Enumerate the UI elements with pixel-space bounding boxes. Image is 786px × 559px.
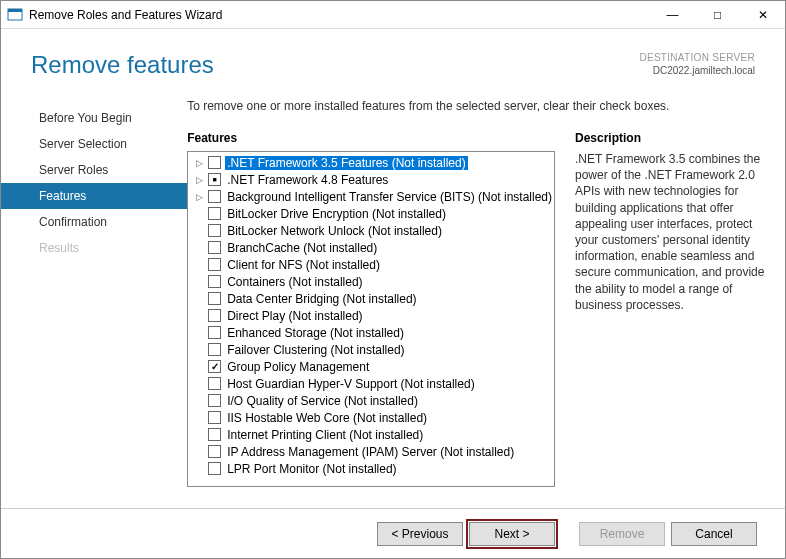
step-before-you-begin[interactable]: Before You Begin (1, 105, 187, 131)
svg-rect-1 (8, 9, 22, 12)
feature-item[interactable]: ▷.NET Framework 4.8 Features (188, 171, 554, 188)
feature-checkbox[interactable] (208, 360, 221, 373)
feature-checkbox[interactable] (208, 207, 221, 220)
features-heading: Features (187, 131, 555, 145)
feature-label: Enhanced Storage (Not installed) (225, 326, 406, 340)
feature-label: IIS Hostable Web Core (Not installed) (225, 411, 429, 425)
feature-checkbox[interactable] (208, 190, 221, 203)
feature-item[interactable]: IP Address Management (IPAM) Server (Not… (188, 443, 554, 460)
destination-info: DESTINATION SERVER DC2022.jamiltech.loca… (639, 51, 755, 79)
feature-label: BitLocker Network Unlock (Not installed) (225, 224, 444, 238)
description-heading: Description (575, 131, 765, 145)
feature-item[interactable]: BitLocker Drive Encryption (Not installe… (188, 205, 554, 222)
feature-label: BitLocker Drive Encryption (Not installe… (225, 207, 448, 221)
features-column: Features ▷.NET Framework 3.5 Features (N… (187, 131, 555, 487)
feature-label: Client for NFS (Not installed) (225, 258, 382, 272)
feature-checkbox[interactable] (208, 224, 221, 237)
feature-checkbox[interactable] (208, 462, 221, 475)
feature-item[interactable]: Internet Printing Client (Not installed) (188, 426, 554, 443)
feature-label: Background Intelligent Transfer Service … (225, 190, 554, 204)
feature-item[interactable]: Failover Clustering (Not installed) (188, 341, 554, 358)
feature-label: Failover Clustering (Not installed) (225, 343, 406, 357)
maximize-button[interactable]: □ (695, 1, 740, 28)
feature-checkbox[interactable] (208, 445, 221, 458)
feature-item[interactable]: Direct Play (Not installed) (188, 307, 554, 324)
feature-checkbox[interactable] (208, 309, 221, 322)
instruction-text: To remove one or more installed features… (187, 99, 765, 113)
feature-label: BranchCache (Not installed) (225, 241, 379, 255)
main-panel: To remove one or more installed features… (187, 87, 765, 487)
feature-checkbox[interactable] (208, 241, 221, 254)
feature-label: Containers (Not installed) (225, 275, 364, 289)
minimize-button[interactable]: — (650, 1, 695, 28)
feature-checkbox[interactable] (208, 275, 221, 288)
feature-label: I/O Quality of Service (Not installed) (225, 394, 420, 408)
step-confirmation[interactable]: Confirmation (1, 209, 187, 235)
feature-checkbox[interactable] (208, 377, 221, 390)
next-button[interactable]: Next > (469, 522, 555, 546)
expand-icon[interactable]: ▷ (194, 158, 204, 168)
feature-label: Data Center Bridging (Not installed) (225, 292, 418, 306)
feature-item[interactable]: ▷Background Intelligent Transfer Service… (188, 188, 554, 205)
page-title: Remove features (31, 51, 214, 79)
feature-checkbox[interactable] (208, 428, 221, 441)
close-button[interactable]: ✕ (740, 1, 785, 28)
destination-label: DESTINATION SERVER (639, 51, 755, 64)
feature-label: LPR Port Monitor (Not installed) (225, 462, 398, 476)
feature-item[interactable]: IIS Hostable Web Core (Not installed) (188, 409, 554, 426)
feature-label: Internet Printing Client (Not installed) (225, 428, 425, 442)
step-features[interactable]: Features (1, 183, 187, 209)
description-text: .NET Framework 3.5 combines the power of… (575, 151, 765, 313)
window-title: Remove Roles and Features Wizard (29, 8, 650, 22)
step-server-roles[interactable]: Server Roles (1, 157, 187, 183)
feature-item[interactable]: Enhanced Storage (Not installed) (188, 324, 554, 341)
feature-checkbox[interactable] (208, 326, 221, 339)
step-server-selection[interactable]: Server Selection (1, 131, 187, 157)
feature-checkbox[interactable] (208, 292, 221, 305)
features-listbox[interactable]: ▷.NET Framework 3.5 Features (Not instal… (187, 151, 555, 487)
feature-item[interactable]: Containers (Not installed) (188, 273, 554, 290)
app-icon (7, 7, 23, 23)
feature-label: Group Policy Management (225, 360, 371, 374)
feature-checkbox[interactable] (208, 411, 221, 424)
feature-item[interactable]: I/O Quality of Service (Not installed) (188, 392, 554, 409)
feature-item[interactable]: LPR Port Monitor (Not installed) (188, 460, 554, 477)
destination-server: DC2022.jamiltech.local (639, 64, 755, 77)
previous-button[interactable]: < Previous (377, 522, 463, 546)
feature-checkbox[interactable] (208, 343, 221, 356)
description-column: Description .NET Framework 3.5 combines … (575, 131, 765, 487)
expand-icon[interactable]: ▷ (194, 175, 204, 185)
step-results: Results (1, 235, 187, 261)
cancel-button[interactable]: Cancel (671, 522, 757, 546)
feature-checkbox[interactable] (208, 156, 221, 169)
wizard-content: Before You BeginServer SelectionServer R… (1, 87, 785, 487)
feature-item[interactable]: BitLocker Network Unlock (Not installed) (188, 222, 554, 239)
feature-item[interactable]: BranchCache (Not installed) (188, 239, 554, 256)
feature-label: .NET Framework 4.8 Features (225, 173, 390, 187)
feature-label: Direct Play (Not installed) (225, 309, 364, 323)
title-bar: Remove Roles and Features Wizard — □ ✕ (1, 1, 785, 29)
feature-checkbox[interactable] (208, 258, 221, 271)
feature-checkbox[interactable] (208, 394, 221, 407)
feature-item[interactable]: Group Policy Management (188, 358, 554, 375)
feature-label: IP Address Management (IPAM) Server (Not… (225, 445, 516, 459)
wizard-footer: < Previous Next > Remove Cancel (1, 508, 785, 558)
feature-item[interactable]: Host Guardian Hyper-V Support (Not insta… (188, 375, 554, 392)
feature-item[interactable]: Data Center Bridging (Not installed) (188, 290, 554, 307)
step-sidebar: Before You BeginServer SelectionServer R… (1, 87, 187, 487)
expand-icon[interactable]: ▷ (194, 192, 204, 202)
remove-button[interactable]: Remove (579, 522, 665, 546)
wizard-header: Remove features DESTINATION SERVER DC202… (1, 29, 785, 87)
feature-label: .NET Framework 3.5 Features (Not install… (225, 156, 468, 170)
feature-label: Host Guardian Hyper-V Support (Not insta… (225, 377, 476, 391)
feature-checkbox[interactable] (208, 173, 221, 186)
feature-item[interactable]: ▷.NET Framework 3.5 Features (Not instal… (188, 154, 554, 171)
feature-item[interactable]: Client for NFS (Not installed) (188, 256, 554, 273)
